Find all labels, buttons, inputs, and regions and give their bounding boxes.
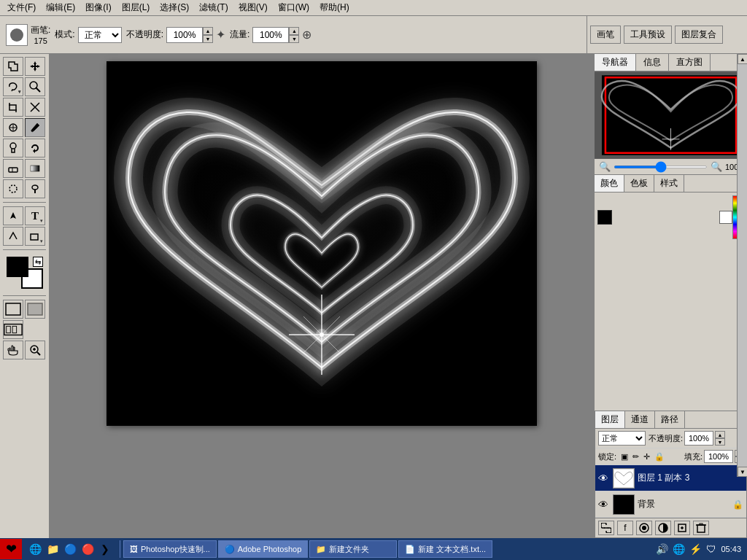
- flow-down-arrow[interactable]: ▼: [289, 35, 299, 43]
- lock-transparent-icon[interactable]: ▣: [621, 452, 628, 462]
- selection-tool[interactable]: [3, 57, 23, 76]
- tab-info[interactable]: 信息: [636, 54, 669, 71]
- blur-tool[interactable]: [3, 179, 23, 198]
- mode-select[interactable]: 正常: [78, 27, 122, 43]
- layers-fill-input[interactable]: [704, 450, 733, 463]
- new-adjustment-btn[interactable]: [655, 521, 671, 535]
- flow-icon[interactable]: ⊕: [302, 28, 311, 42]
- bg-color-box[interactable]: [719, 211, 732, 224]
- menu-layer[interactable]: 图层(L): [117, 0, 155, 15]
- tab-colors[interactable]: 颜色: [595, 175, 624, 192]
- taskbar-btn-folder[interactable]: 📁 新建文件夹: [309, 540, 397, 558]
- taskbar-icon-4[interactable]: 🔴: [80, 542, 95, 556]
- history-brush-tool[interactable]: [25, 139, 45, 158]
- opacity-dec-btn[interactable]: ▼: [715, 438, 725, 446]
- crop-tool[interactable]: [3, 98, 23, 117]
- magic-wand-tool[interactable]: [25, 77, 45, 96]
- brush-tool[interactable]: [25, 118, 45, 137]
- taskbar-icon-3[interactable]: 🔵: [63, 542, 77, 556]
- standard-mode-btn[interactable]: [3, 300, 23, 319]
- flow-up-arrow[interactable]: ▲: [289, 27, 299, 35]
- clone-stamp-tool[interactable]: [3, 139, 23, 158]
- tab-styles[interactable]: 样式: [654, 175, 684, 192]
- layer-eye-1[interactable]: 👁: [598, 472, 610, 484]
- brush-panel-btn[interactable]: 画笔: [590, 26, 621, 44]
- pen-tool[interactable]: [3, 206, 23, 225]
- menu-help[interactable]: 帮助(H): [315, 0, 354, 15]
- tab-navigator[interactable]: 导航器: [595, 54, 636, 71]
- screen-mode-btn[interactable]: [3, 320, 23, 339]
- taskbar-icon-5[interactable]: ❯: [98, 542, 112, 556]
- new-layer-btn[interactable]: [674, 521, 690, 535]
- move-tool[interactable]: [25, 57, 45, 76]
- tray-icon-4[interactable]: 🛡: [706, 543, 716, 555]
- layer-eye-2[interactable]: 👁: [598, 499, 610, 510]
- taskbar-icon-1[interactable]: 🌐: [28, 542, 42, 556]
- opacity-input[interactable]: [166, 27, 203, 43]
- tray-icon-2[interactable]: 🌐: [673, 543, 685, 555]
- zoom-tool[interactable]: [25, 341, 45, 359]
- lock-all-icon[interactable]: 🔒: [654, 452, 665, 462]
- opacity-airbrush-icon[interactable]: ✦: [216, 28, 225, 42]
- color-swatches[interactable]: ⇆: [7, 257, 43, 289]
- hand-tool[interactable]: [3, 341, 23, 359]
- tab-layers[interactable]: 图层: [595, 411, 625, 428]
- menu-file[interactable]: 文件(F): [3, 0, 40, 15]
- type-tool[interactable]: T ▾: [25, 206, 45, 225]
- tray-icon-1[interactable]: 🔊: [656, 543, 668, 555]
- menu-view[interactable]: 视图(V): [234, 0, 272, 15]
- zoom-out-icon[interactable]: 🔍: [599, 161, 611, 172]
- lock-paint-icon[interactable]: ✏: [632, 452, 639, 462]
- swap-colors-icon[interactable]: ⇆: [33, 257, 43, 267]
- healing-brush-tool[interactable]: [3, 118, 23, 137]
- quick-mask-btn[interactable]: [25, 300, 45, 319]
- taskbar-btn-text[interactable]: 📄 新建 文本文档.txt...: [398, 540, 492, 558]
- menu-filter[interactable]: 滤镜(T): [195, 0, 232, 15]
- gradient-tool[interactable]: [25, 159, 45, 178]
- menu-select[interactable]: 选择(S): [155, 0, 193, 15]
- nav-zoom-slider[interactable]: [614, 166, 708, 168]
- layers-opacity-input[interactable]: [684, 431, 713, 446]
- add-mask-btn[interactable]: [636, 521, 652, 535]
- fg-color-box[interactable]: [597, 210, 612, 225]
- opacity-down-arrow[interactable]: ▼: [203, 35, 213, 43]
- eraser-tool[interactable]: [3, 159, 23, 178]
- tool-presets-btn[interactable]: 工具预设: [624, 26, 672, 44]
- taskbar-icon-2[interactable]: 📁: [45, 542, 60, 556]
- delete-layer-btn[interactable]: [693, 521, 709, 535]
- layer-item-1[interactable]: 👁 图层 1 副本 3: [595, 465, 746, 491]
- tab-swatches[interactable]: 色板: [624, 175, 654, 192]
- opacity-inc-btn[interactable]: ▲: [715, 431, 725, 438]
- lasso-tool[interactable]: ▾ ▾: [3, 77, 23, 96]
- svg-line-20: [37, 352, 40, 355]
- tab-histogram[interactable]: 直方图: [669, 54, 711, 71]
- link-layers-btn[interactable]: [598, 521, 614, 535]
- tray-icon-3[interactable]: ⚡: [689, 543, 702, 555]
- opacity-up-arrow[interactable]: ▲: [203, 27, 213, 35]
- colors-content: [595, 192, 747, 242]
- lock-move-icon[interactable]: ✛: [643, 452, 650, 462]
- flow-input[interactable]: [252, 27, 289, 43]
- blend-mode-select[interactable]: 正常: [598, 431, 646, 446]
- shape-tool[interactable]: ▾: [25, 227, 45, 246]
- tab-paths[interactable]: 路径: [655, 411, 685, 428]
- path-selection-tool[interactable]: [3, 227, 23, 246]
- layer-comp-btn[interactable]: 图层复合: [675, 26, 723, 44]
- scroll-up-btn[interactable]: ▲: [738, 54, 747, 64]
- foreground-color-swatch[interactable]: [7, 257, 28, 277]
- tab-channels[interactable]: 通道: [625, 411, 655, 428]
- slice-tool[interactable]: [25, 98, 45, 117]
- dodge-tool[interactable]: [25, 179, 45, 198]
- taskbar-btn-ps-main[interactable]: 🔵 Adobe Photoshop: [218, 540, 308, 558]
- taskbar-btn-ps-quick[interactable]: 🖼 Photoshop快速制...: [123, 540, 217, 558]
- start-button[interactable]: ❤: [0, 539, 22, 559]
- menu-edit[interactable]: 编辑(E): [42, 0, 80, 15]
- scroll-down-btn[interactable]: ▼: [738, 467, 747, 477]
- brush-preview[interactable]: [6, 24, 28, 46]
- menu-window[interactable]: 窗口(W): [274, 0, 314, 15]
- add-layer-style-btn[interactable]: f: [617, 521, 633, 535]
- right-scrollbar[interactable]: ▲ ▼: [737, 54, 747, 477]
- zoom-in-icon[interactable]: 🔍: [711, 161, 722, 172]
- layer-item-2[interactable]: 👁 背景 🔒: [595, 491, 746, 518]
- menu-image[interactable]: 图像(I): [81, 0, 115, 15]
